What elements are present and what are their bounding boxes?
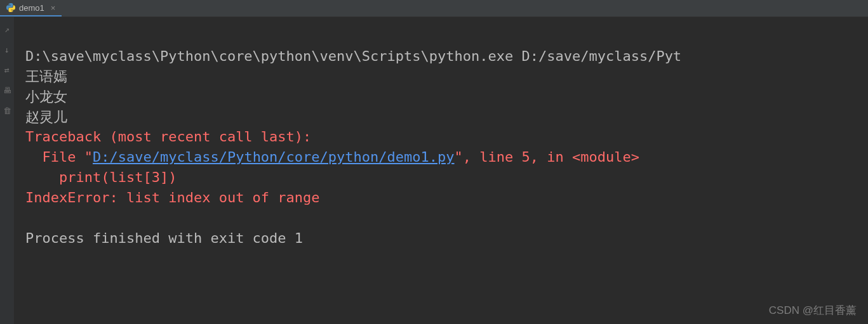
code-line: print(list[3]) <box>25 169 177 185</box>
error-message: IndexError: list index out of range <box>25 190 320 205</box>
close-icon[interactable]: × <box>51 3 56 13</box>
output-line-2: 小龙女 <box>25 89 67 105</box>
watermark: CSDN @红目香薰 <box>769 303 857 318</box>
console-output[interactable]: D:\save\myclass\Python\core\python\venv\… <box>18 17 868 324</box>
exit-line: Process finished with exit code 1 <box>25 230 303 246</box>
wrap-icon[interactable]: ⇄ <box>3 65 11 74</box>
arrow-icon[interactable]: ↗ <box>3 25 11 34</box>
print-icon[interactable]: 🖶 <box>3 86 11 94</box>
tab-label: demo1 <box>19 3 44 13</box>
file-link[interactable]: D:/save/myclass/Python/core/python/demo1… <box>93 149 455 165</box>
traceback-header: Traceback (most recent call last): <box>25 129 311 145</box>
gutter: ↗ ↓ ⇄ 🖶 🗑 <box>0 17 14 324</box>
output-line-1: 王语嫣 <box>25 68 67 84</box>
tab-demo1[interactable]: demo1 × <box>0 0 62 16</box>
step-icon[interactable]: ↓ <box>3 45 11 54</box>
tab-bar: demo1 × <box>0 0 868 17</box>
command-line: D:\save\myclass\Python\core\python\venv\… <box>25 48 681 64</box>
file-line: File "D:/save/myclass/Python/core/python… <box>25 149 639 165</box>
trash-icon[interactable]: 🗑 <box>3 106 11 115</box>
output-line-3: 赵灵儿 <box>25 109 67 125</box>
python-icon <box>6 3 15 12</box>
